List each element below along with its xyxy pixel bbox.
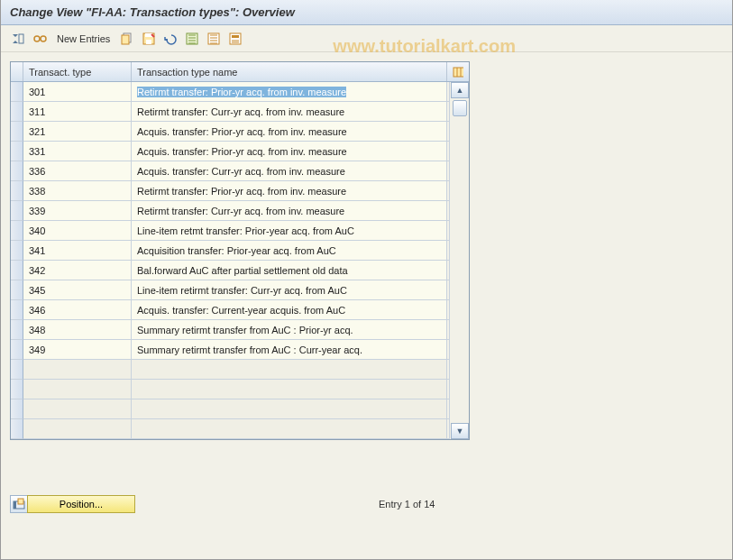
cell-type[interactable]: 339 xyxy=(23,201,132,221)
cell-name[interactable]: Retirmt transfer: Curr-yr acq. from inv.… xyxy=(132,102,447,122)
table-row[interactable]: 345Line-item retirmt transfer: Curr-yr a… xyxy=(11,280,469,300)
position-button[interactable]: Position... xyxy=(10,494,135,514)
cell-type[interactable] xyxy=(23,419,132,439)
table-row[interactable]: 338Retirmt transfer: Prior-yr acq. from … xyxy=(11,181,469,201)
svg-rect-5 xyxy=(122,35,129,44)
cell-type[interactable]: 340 xyxy=(23,221,132,241)
cell-type[interactable]: 321 xyxy=(23,122,132,142)
cell-name[interactable]: Acquisition transfer: Prior-year acq. fr… xyxy=(132,241,447,261)
footer: Position... Entry 1 of 14 xyxy=(10,494,435,514)
table-row[interactable]: 339Retirmt transfer: Curr-yr acq. from i… xyxy=(11,201,469,221)
cell-name[interactable]: Retirmt transfer: Prior-yr acq. from inv… xyxy=(132,82,447,102)
svg-rect-17 xyxy=(14,501,16,509)
cell-name[interactable]: Summary retirmt transfer from AuC : Prio… xyxy=(132,320,447,340)
cell-type[interactable]: 341 xyxy=(23,241,132,261)
row-selector[interactable] xyxy=(11,340,23,360)
copy-icon[interactable] xyxy=(119,31,135,47)
row-selector[interactable] xyxy=(11,399,23,419)
cell-name[interactable]: Acquis. transfer: Current-year acquis. f… xyxy=(132,300,447,320)
vertical-scrollbar[interactable]: ▲ ▼ xyxy=(449,82,469,439)
cell-name[interactable]: Bal.forward AuC after partial settlement… xyxy=(132,261,447,280)
row-selector[interactable] xyxy=(11,241,23,261)
cell-type[interactable]: 342 xyxy=(23,261,132,280)
cell-type[interactable]: 348 xyxy=(23,320,132,340)
row-selector[interactable] xyxy=(11,142,23,161)
table-settings-icon[interactable] xyxy=(447,62,469,81)
row-selector[interactable] xyxy=(11,82,23,102)
table-row[interactable]: 346Acquis. transfer: Current-year acquis… xyxy=(11,300,469,320)
cell-type[interactable] xyxy=(23,399,132,419)
cell-name[interactable]: Retirmt transfer: Prior-yr acq. from inv… xyxy=(132,181,447,201)
cell-type[interactable]: 336 xyxy=(23,161,132,181)
cell-name[interactable]: Retirmt transfer: Curr-yr acq. from inv.… xyxy=(132,201,447,221)
deselect-icon[interactable] xyxy=(206,31,222,47)
save-icon[interactable] xyxy=(141,31,157,47)
table-row-empty[interactable] xyxy=(11,419,469,439)
cell-type[interactable]: 345 xyxy=(23,280,132,300)
table-row[interactable]: 349Summary retirmt transfer from AuC : C… xyxy=(11,340,469,360)
table-row-empty[interactable] xyxy=(11,380,469,399)
title-bar: Change View "FI-AA: Transaction types": … xyxy=(1,0,732,25)
table-header-row: Transact. type Transaction type name xyxy=(11,62,469,82)
row-selector[interactable] xyxy=(11,201,23,221)
cell-name[interactable]: Line-item retirmt transfer: Curr-yr acq.… xyxy=(132,280,447,300)
cell-type[interactable]: 331 xyxy=(23,142,132,161)
svg-rect-12 xyxy=(232,35,239,38)
toggle-icon[interactable] xyxy=(10,31,26,47)
cell-name[interactable]: Acquis. transfer: Prior-yr acq. from inv… xyxy=(132,142,447,161)
cell-name[interactable]: Acquis. transfer: Curr-yr acq. from inv.… xyxy=(132,161,447,181)
table-row[interactable]: 341Acquisition transfer: Prior-year acq.… xyxy=(11,241,469,261)
row-selector[interactable] xyxy=(11,280,23,300)
table-row[interactable]: 321Acquis. transfer: Prior-yr acq. from … xyxy=(11,122,469,142)
scroll-down-icon[interactable]: ▼ xyxy=(451,423,469,439)
cell-type[interactable]: 349 xyxy=(23,340,132,360)
row-selector[interactable] xyxy=(11,161,23,181)
glasses-icon[interactable] xyxy=(32,31,48,47)
row-selector[interactable] xyxy=(11,261,23,280)
cell-type[interactable]: 311 xyxy=(23,102,132,122)
cell-name[interactable] xyxy=(132,360,447,380)
cell-type[interactable] xyxy=(23,380,132,399)
cell-name[interactable]: Line-item retmt transfer: Prior-year acq… xyxy=(132,221,447,241)
row-selector[interactable] xyxy=(11,181,23,201)
row-selector-header[interactable] xyxy=(11,62,23,81)
table-row-empty[interactable] xyxy=(11,399,469,419)
scroll-up-icon[interactable]: ▲ xyxy=(451,82,469,98)
table-body: 301Retirmt transfer: Prior-yr acq. from … xyxy=(11,82,469,439)
row-selector[interactable] xyxy=(11,320,23,340)
select-all-icon[interactable] xyxy=(184,31,200,47)
table-row-empty[interactable] xyxy=(11,360,469,380)
row-selector[interactable] xyxy=(11,122,23,142)
cell-type[interactable]: 301 xyxy=(23,82,132,102)
col-header-type[interactable]: Transact. type xyxy=(23,62,132,81)
table-row[interactable]: 301Retirmt transfer: Prior-yr acq. from … xyxy=(11,82,469,102)
table-row[interactable]: 311Retirmt transfer: Curr-yr acq. from i… xyxy=(11,102,469,122)
cell-type[interactable] xyxy=(23,360,132,380)
table-row[interactable]: 336Acquis. transfer: Curr-yr acq. from i… xyxy=(11,161,469,181)
row-selector[interactable] xyxy=(11,419,23,439)
print-icon[interactable] xyxy=(227,31,243,47)
undo-icon[interactable] xyxy=(162,31,179,47)
cell-type[interactable]: 346 xyxy=(23,300,132,320)
row-selector[interactable] xyxy=(11,360,23,380)
table-row[interactable]: 340Line-item retmt transfer: Prior-year … xyxy=(11,221,469,241)
row-selector[interactable] xyxy=(11,300,23,320)
cell-name[interactable]: Summary retirmt transfer from AuC : Curr… xyxy=(132,340,447,360)
cell-name[interactable] xyxy=(132,380,447,399)
new-entries-button[interactable]: New Entries xyxy=(53,33,114,44)
row-selector[interactable] xyxy=(11,380,23,399)
scroll-thumb[interactable] xyxy=(453,100,467,116)
cell-name[interactable] xyxy=(132,419,447,439)
cell-type[interactable]: 338 xyxy=(23,181,132,201)
table-row[interactable]: 342Bal.forward AuC after partial settlem… xyxy=(11,261,469,280)
cell-name[interactable]: Acquis. transfer: Prior-yr acq. from inv… xyxy=(132,122,447,142)
cell-name[interactable] xyxy=(132,399,447,419)
table-row[interactable]: 331Acquis. transfer: Prior-yr acq. from … xyxy=(11,142,469,161)
toolbar: New Entries xyxy=(1,25,732,52)
row-selector[interactable] xyxy=(11,221,23,241)
position-label: Position... xyxy=(27,495,135,513)
col-header-name[interactable]: Transaction type name xyxy=(132,62,447,81)
entry-count: Entry 1 of 14 xyxy=(379,499,435,510)
table-row[interactable]: 348Summary retirmt transfer from AuC : P… xyxy=(11,320,469,340)
row-selector[interactable] xyxy=(11,102,23,122)
